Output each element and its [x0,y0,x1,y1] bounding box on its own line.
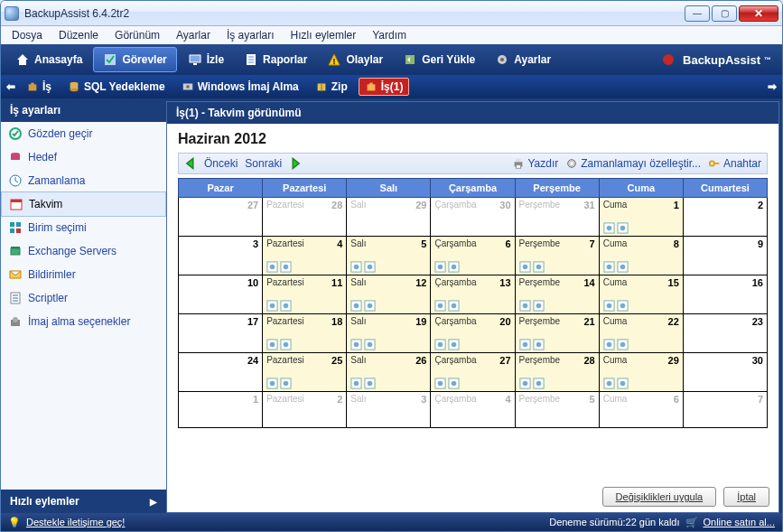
svg-point-131 [536,381,541,387]
svg-point-119 [284,381,289,387]
day-15[interactable]: 15Cuma [599,275,683,314]
menu-görünüm[interactable]: Görünüm [115,29,160,42]
day-11[interactable]: 11Pazartesi [263,275,347,314]
day-9[interactable]: 9 [683,237,767,275]
day-21[interactable]: 21Perşembe [515,314,599,353]
menu-dosya[interactable]: Dosya [12,29,42,42]
day-30[interactable]: 30 [683,353,767,392]
tab-Görevler[interactable]: Görevler [93,47,176,72]
sidebar-item-Scriptler[interactable]: Scriptler [1,286,166,310]
menu-ayarlar[interactable]: Ayarlar [176,29,210,42]
legend-button[interactable]: Anahtar [708,157,761,170]
subtool-SQL Yedekleme[interactable]: SQL Yedekleme [62,78,171,96]
day-2[interactable]: 2 [683,198,767,237]
sidebar-item-İmaj alma seçenekler[interactable]: İmaj alma seçenekler [1,310,166,333]
day-25[interactable]: 25Pazartesi [263,353,347,392]
sidebar-item-Birim seçimi[interactable]: Birim seçimi [1,216,166,239]
day-2[interactable]: 2Pazartesi [263,392,347,428]
prev-icon[interactable] [184,157,197,170]
day-1[interactable]: 1Cuma [599,198,683,237]
day-8[interactable]: 8Cuma [599,237,683,275]
buy-link[interactable]: Online satın al... [704,517,776,527]
day-29[interactable]: 29Salı [347,198,431,237]
cancel-button[interactable]: İptal [723,487,769,507]
print-button[interactable]: Yazdır [512,157,558,170]
day-22[interactable]: 22Cuma [599,314,683,353]
menu-yardım[interactable]: Yardım [372,29,406,42]
day-14[interactable]: 14Perşembe [515,275,599,314]
prev-button[interactable]: Önceki [204,157,238,170]
menu-hızlı eylemler[interactable]: Hızlı eylemler [291,29,357,42]
day-29[interactable]: 29Cuma [599,353,683,392]
customize-schedule-button[interactable]: Zamanlamayı özelleştir... [565,157,701,170]
next-button[interactable]: Sonraki [245,157,282,170]
day-17[interactable]: 17 [179,314,263,353]
day-13[interactable]: 13Çarşamba [431,275,515,314]
sidebar-item-Zamanlama[interactable]: Zamanlama [1,169,166,192]
day-3[interactable]: 3 [179,237,263,275]
svg-rect-35 [16,222,21,227]
day-4[interactable]: 4Pazartesi [263,237,347,275]
subtool-İş(1)[interactable]: İş(1) [359,78,410,96]
day-30[interactable]: 30Çarşamba [431,198,515,237]
subtool-Windows İmaj Alma[interactable]: Windows İmaj Alma [176,78,304,96]
svg-point-79 [284,303,289,309]
sidebar-item-Hedef[interactable]: Hedef [1,145,166,169]
close-button[interactable]: ✕ [739,5,778,22]
tab-Olaylar[interactable]: !Olaylar [318,47,392,72]
day-6[interactable]: 6Çarşamba [431,237,515,275]
day-5[interactable]: 5Salı [347,237,431,275]
day-23[interactable]: 23 [683,314,767,353]
maximize-button[interactable]: ▢ [712,5,737,22]
day-18[interactable]: 18Pazartesi [263,314,347,353]
calendar-toolbar: Önceki Sonraki Yazdır Zamanlamayı özelle… [178,153,768,174]
sidebar-item-Takvim[interactable]: Takvim [1,191,166,217]
day-27[interactable]: 27Çarşamba [431,353,515,392]
day-31[interactable]: 31Perşembe [515,198,599,237]
next-icon[interactable] [289,157,302,170]
day-26[interactable]: 26Salı [347,353,431,392]
svg-point-61 [354,265,359,270]
day-20[interactable]: 20Çarşamba [431,314,515,353]
menu-düzenle[interactable]: Düzenle [59,29,98,42]
day-19[interactable]: 19Salı [347,314,431,353]
sidebar-item-Bildirimler[interactable]: Bildirimler [1,263,166,286]
day-28[interactable]: 28Pazartesi [263,198,347,237]
day-16[interactable]: 16 [683,275,767,314]
nav-forward-icon[interactable]: ➡ [768,80,777,93]
menu-i̇ş ayarları[interactable]: İş ayarları [227,29,275,42]
tab-Raporlar[interactable]: Raporlar [235,47,316,72]
svg-point-123 [368,381,373,387]
dow-Çarşamba: Çarşamba [431,179,515,198]
apply-button[interactable]: Değişiklikleri uygula [602,487,717,507]
job-icons [434,339,510,350]
support-link[interactable]: Destekle iletişime geç! [26,517,125,527]
tab-İzle[interactable]: İzle [179,47,233,72]
svg-point-97 [270,342,275,348]
minimize-button[interactable]: — [685,5,710,22]
day-24[interactable]: 24 [179,353,263,392]
day-5[interactable]: 5Perşembe [515,392,599,428]
tab-Ayarlar[interactable]: Ayarlar [486,47,560,72]
quick-actions[interactable]: Hızlı eylemler ▶ [1,490,166,513]
day-6[interactable]: 6Cuma [599,392,683,428]
day-12[interactable]: 12Salı [347,275,431,314]
svg-point-65 [438,265,443,270]
nav-back-icon[interactable]: ⬅ [6,80,15,93]
day-10[interactable]: 10 [179,275,263,314]
job-icons [350,339,426,350]
day-27[interactable]: 27 [179,198,263,237]
tab-Geri Yükle[interactable]: Geri Yükle [394,47,484,72]
titlebar[interactable]: BackupAssist 6.4.2tr2 — ▢ ✕ [1,1,782,26]
sidebar-item-Gözden geçir[interactable]: Gözden geçir [1,122,166,145]
day-28[interactable]: 28Perşembe [515,353,599,392]
tab-Anasayfa[interactable]: Anasayfa [6,47,91,72]
day-3[interactable]: 3Salı [347,392,431,428]
day-4[interactable]: 4Çarşamba [431,392,515,428]
sidebar-item-Exchange Servers[interactable]: Exchange Servers [1,239,166,263]
subtool-İş[interactable]: İş [21,78,57,96]
day-1[interactable]: 1 [179,392,263,428]
day-7[interactable]: 7 [683,392,767,428]
subtool-Zip[interactable]: Zip [310,78,353,96]
day-7[interactable]: 7Perşembe [515,237,599,275]
